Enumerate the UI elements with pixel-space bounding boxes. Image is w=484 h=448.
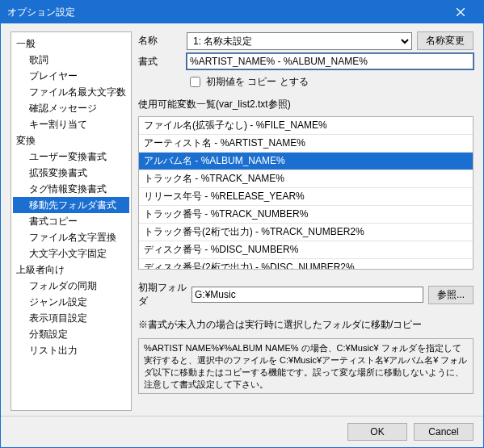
- variable-item[interactable]: トラック名 - %TRACK_NAME%: [139, 170, 473, 188]
- ok-button[interactable]: OK: [347, 423, 407, 441]
- variable-item[interactable]: アーティスト名 - %ARTIST_NAME%: [139, 135, 473, 153]
- tree-item[interactable]: 分類設定: [13, 326, 129, 342]
- footer: OK Cancel: [1, 416, 483, 447]
- formula-row: 書式: [138, 53, 473, 69]
- tree-group[interactable]: 一般: [13, 36, 129, 52]
- initcopy-label: 初期値を コピー とする: [206, 75, 309, 89]
- tree-item[interactable]: タグ情報変換書式: [13, 181, 129, 197]
- variable-item[interactable]: リリース年号 - %RELEASE_YEAR%: [139, 188, 473, 206]
- name-select[interactable]: 1: 名称未設定: [187, 32, 412, 50]
- tree-item[interactable]: 大文字小文字固定: [13, 245, 129, 262]
- tree-item[interactable]: ファイル名文字置換: [13, 229, 129, 245]
- initfolder-input[interactable]: [191, 287, 423, 303]
- note-text: ※書式が未入力の場合は実行時に選択したフォルダに移動/コピー: [138, 318, 473, 332]
- content-panel: 名称 1: 名称未設定 名称変更 書式 初期値を コピー とする 使用可能変数一…: [138, 31, 473, 411]
- variable-item[interactable]: トラック番号(2桁で出力) - %TRACK_NUMBER2%: [139, 224, 473, 241]
- body: 一般歌詞プレイヤーファイル名最大文字数確認メッセージキー割り当て変換ユーザー変換…: [1, 23, 483, 416]
- options-window: オプション設定 一般歌詞プレイヤーファイル名最大文字数確認メッセージキー割り当て…: [0, 0, 484, 448]
- tree-item[interactable]: ファイル名最大文字数: [13, 84, 129, 100]
- variable-item[interactable]: ディスク番号 - %DISC_NUMBER%: [139, 241, 473, 259]
- initfolder-row: 初期フォルダ 参照...: [138, 281, 473, 308]
- tree-item[interactable]: ユーザー変換書式: [13, 149, 129, 165]
- tree-item[interactable]: 確認メッセージ: [13, 100, 129, 116]
- initfolder-label: 初期フォルダ: [138, 281, 187, 308]
- name-label: 名称: [138, 34, 182, 48]
- titlebar: オプション設定: [1, 1, 483, 23]
- variable-item[interactable]: トラック番号 - %TRACK_NUMBER%: [139, 206, 473, 224]
- tree-item[interactable]: プレイヤー: [13, 68, 129, 84]
- description-box: %ARTIST NAME%¥%ALBUM NAME% の場合、C:¥Music¥…: [138, 338, 473, 394]
- name-change-button[interactable]: 名称変更: [417, 31, 473, 50]
- initcopy-row: 初期値を コピー とする: [187, 74, 473, 90]
- tree-item[interactable]: ジャンル設定: [13, 294, 129, 310]
- browse-button[interactable]: 参照...: [428, 286, 473, 304]
- cancel-button[interactable]: Cancel: [414, 423, 473, 441]
- formula-label: 書式: [138, 55, 182, 69]
- tree-group[interactable]: 変換: [13, 132, 129, 149]
- window-title: オプション設定: [7, 6, 75, 19]
- variable-item[interactable]: アルバム名 - %ALBUM_NAME%: [139, 153, 473, 170]
- formula-input[interactable]: [187, 53, 473, 69]
- tree-item[interactable]: キー割り当て: [13, 116, 129, 132]
- name-row: 名称 1: 名称未設定 名称変更: [138, 31, 473, 50]
- tree-item[interactable]: 拡張変換書式: [13, 165, 129, 181]
- tree-item[interactable]: 移動先フォルダ書式: [13, 197, 129, 213]
- tree-item[interactable]: 書式コピー: [13, 213, 129, 229]
- tree-group[interactable]: 上級者向け: [13, 262, 129, 278]
- tree-item[interactable]: リスト出力: [13, 342, 129, 358]
- tree-item[interactable]: フォルダの同期: [13, 278, 129, 294]
- variable-item[interactable]: ディスク番号(2桁で出力) - %DISC_NUMBER2%: [139, 259, 473, 270]
- tree-item[interactable]: 表示項目設定: [13, 310, 129, 326]
- tree-item[interactable]: 歌詞: [13, 52, 129, 68]
- close-button[interactable]: [444, 1, 477, 23]
- initcopy-checkbox[interactable]: [190, 77, 200, 87]
- variable-item[interactable]: ファイル名(拡張子なし) - %FILE_NAME%: [139, 117, 473, 135]
- varlist-label: 使用可能変数一覧(var_list2.txt参照): [138, 98, 473, 111]
- variable-list[interactable]: ファイル名(拡張子なし) - %FILE_NAME%アーティスト名 - %ART…: [138, 116, 473, 270]
- close-icon: [457, 8, 465, 16]
- category-tree[interactable]: 一般歌詞プレイヤーファイル名最大文字数確認メッセージキー割り当て変換ユーザー変換…: [11, 31, 132, 411]
